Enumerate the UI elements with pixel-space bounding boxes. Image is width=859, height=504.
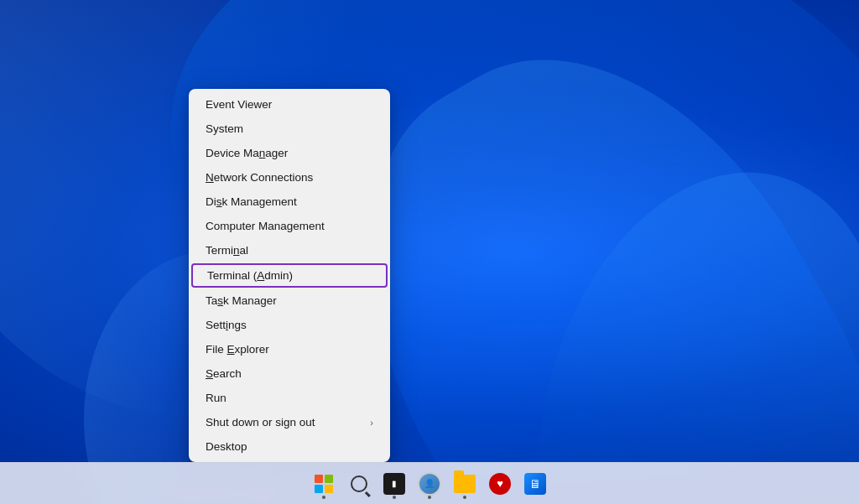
menu-label-task-manager: Task Manager [206, 294, 277, 307]
menu-label-terminal: Terminal [206, 244, 248, 257]
menu-item-event-viewer[interactable]: Event Viewer [189, 92, 390, 117]
red-app-icon: ♥ [489, 473, 511, 495]
menu-label-settings: Settings [206, 319, 247, 331]
app1-button[interactable]: ♥ [483, 467, 517, 501]
menu-item-shut-down[interactable]: Shut down or sign out › [189, 410, 390, 434]
file-explorer-button[interactable] [448, 467, 482, 501]
menu-label-desktop: Desktop [206, 440, 247, 453]
menu-label-run: Run [206, 392, 226, 404]
menu-item-file-explorer[interactable]: File Explorer [189, 337, 390, 361]
menu-label-shut-down: Shut down or sign out [206, 416, 315, 429]
menu-label-file-explorer: File Explorer [206, 343, 269, 356]
terminal-button[interactable]: ▮ [377, 467, 411, 501]
menu-item-computer-management[interactable]: Computer Management [189, 214, 390, 238]
menu-label-computer-management: Computer Management [206, 220, 325, 232]
taskbar-indicator [322, 496, 325, 499]
menu-label-network-connections: Network Connections [206, 171, 313, 184]
menu-item-network-connections[interactable]: Network Connections [189, 165, 390, 190]
start-button[interactable] [307, 467, 341, 501]
menu-label-event-viewer: Event Viewer [206, 98, 272, 111]
menu-item-system[interactable]: System [189, 117, 390, 141]
windows-logo-icon [315, 475, 333, 493]
menu-item-task-manager[interactable]: Task Manager [189, 288, 390, 313]
folder-icon [454, 475, 476, 493]
chrome-icon: 👤 [418, 472, 441, 496]
menu-item-search[interactable]: Search [189, 361, 390, 386]
context-menu: Event Viewer System Device Manager Netwo… [189, 89, 390, 462]
taskbar: ▮ 👤 ♥ 🖥 [0, 462, 859, 504]
taskbar-icons: ▮ 👤 ♥ 🖥 [307, 467, 552, 501]
submenu-arrow-icon: › [370, 418, 373, 428]
taskbar-indicator [463, 496, 466, 499]
wallpaper [0, 0, 859, 504]
chrome-button[interactable]: 👤 [413, 467, 446, 501]
menu-item-terminal[interactable]: Terminal [189, 238, 390, 262]
menu-item-settings[interactable]: Settings [189, 313, 390, 337]
menu-label-system: System [206, 122, 243, 135]
menu-item-disk-management[interactable]: Disk Management [189, 190, 390, 214]
app2-button[interactable]: 🖥 [518, 467, 552, 501]
menu-item-run[interactable]: Run [189, 386, 390, 410]
taskbar-indicator [393, 496, 396, 499]
menu-label-terminal-admin: Terminal (Admin) [207, 269, 293, 282]
terminal-app-icon: ▮ [383, 473, 405, 495]
taskbar-indicator [428, 496, 431, 499]
blue-app-icon: 🖥 [524, 473, 546, 495]
desktop: Event Viewer System Device Manager Netwo… [0, 0, 859, 504]
menu-label-disk-management: Disk Management [206, 195, 297, 208]
menu-label-search: Search [206, 367, 242, 380]
search-button[interactable] [342, 467, 376, 501]
search-icon [351, 475, 367, 492]
menu-item-terminal-admin[interactable]: Terminal (Admin) [191, 263, 388, 288]
menu-item-desktop[interactable]: Desktop [189, 434, 390, 459]
menu-label-device-manager: Device Manager [206, 147, 288, 159]
menu-item-device-manager[interactable]: Device Manager [189, 141, 390, 165]
